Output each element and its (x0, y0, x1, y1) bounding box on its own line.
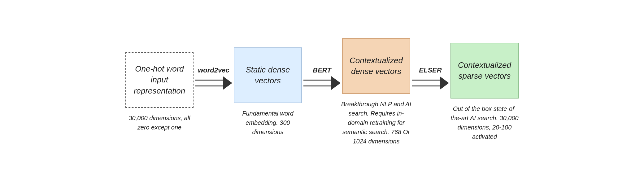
node-ctx-sparse: Contextualized sparse vectors Out of the… (449, 43, 520, 141)
arrow-bert-label: BERT (313, 66, 331, 74)
box-ctx-dense: Contextualized dense vectors (342, 38, 410, 94)
arrow-word2vec-label: word2vec (198, 66, 229, 74)
arrow-word2vec (195, 76, 232, 90)
arrow-bert-container: BERT (303, 66, 341, 90)
arrow-elser (412, 76, 449, 90)
box-ctx-dense-label: Contextualized dense vectors (348, 55, 405, 77)
arrow-word2vec-container: word2vec (195, 66, 232, 90)
node-ctx-dense: Contextualized dense vectors Breakthroug… (341, 38, 412, 146)
caption-ctx-dense: Breakthrough NLP and AI search. Requires… (341, 99, 412, 146)
arrow-elser-head (440, 76, 449, 90)
arrow-word2vec-body (195, 80, 223, 86)
arrow-bert-head (331, 76, 341, 90)
arrow-elser-body (412, 80, 440, 86)
arrow-elser-label: ELSER (419, 66, 442, 74)
caption-ctx-sparse: Out of the box state-of-the-art AI searc… (449, 104, 520, 141)
node-one-hot: One-hot word input representation 30,000… (124, 52, 195, 132)
diagram: One-hot word input representation 30,000… (0, 0, 644, 184)
box-one-hot-label: One-hot word input representation (131, 64, 188, 96)
box-ctx-sparse-label: Contextualized sparse vectors (456, 60, 513, 81)
node-static-dense: Static dense vectors Fundamental word em… (232, 47, 303, 137)
arrow-bert (303, 76, 341, 90)
box-one-hot: One-hot word input representation (125, 52, 194, 108)
box-ctx-sparse: Contextualized sparse vectors (450, 43, 519, 99)
caption-static-dense: Fundamental word embedding. 300 dimensio… (232, 109, 303, 137)
arrow-elser-container: ELSER (412, 66, 449, 90)
box-static-dense: Static dense vectors (234, 47, 302, 103)
caption-one-hot: 30,000 dimensions, all zero except one (124, 113, 195, 132)
arrow-bert-body (303, 80, 331, 86)
box-static-dense-label: Static dense vectors (239, 64, 296, 86)
arrow-word2vec-head (223, 76, 232, 90)
